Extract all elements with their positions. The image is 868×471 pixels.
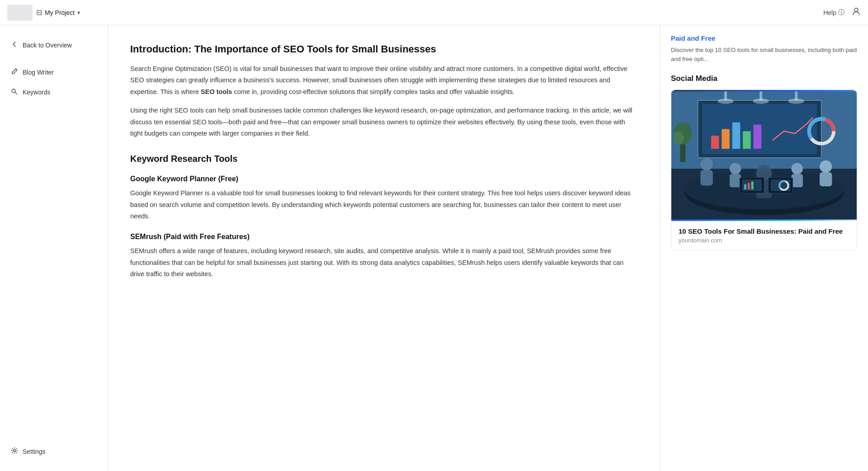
pen-icon xyxy=(11,68,18,77)
svg-point-44 xyxy=(753,99,769,104)
sidebar-item-settings[interactable]: Settings xyxy=(5,443,103,460)
card-image xyxy=(671,90,857,221)
svg-point-24 xyxy=(792,163,803,174)
help-button[interactable]: Help ⓘ xyxy=(823,9,844,17)
sidebar-nav: Back to Overview Blog Writer Keywor xyxy=(0,36,108,101)
sidebar-item-back[interactable]: Back to Overview xyxy=(5,36,103,54)
intro-paragraph-1: Search Engine Optimization (SEO) is vita… xyxy=(130,63,638,98)
back-label: Back to Overview xyxy=(23,42,72,49)
svg-point-45 xyxy=(788,99,804,104)
topbar-right: Help ⓘ xyxy=(823,7,861,18)
help-label: Help xyxy=(823,9,836,16)
project-icon: ⊟ xyxy=(36,8,42,17)
sidebar: Back to Overview Blog Writer Keywor xyxy=(0,25,108,471)
help-icon: ⓘ xyxy=(838,9,844,17)
card-body: 10 SEO Tools For Small Businesses: Paid … xyxy=(671,221,857,250)
google-kp-desc: Google Keyword Planner is a valuable too… xyxy=(130,188,638,222)
main-content: Introduction: The Importance of SEO Tool… xyxy=(108,25,660,471)
paid-free-section: Paid and Free Discover the top 10 SEO to… xyxy=(671,34,857,63)
svg-rect-7 xyxy=(711,136,719,149)
svg-point-20 xyxy=(730,163,741,174)
settings-icon xyxy=(11,447,18,456)
intro-title: Introduction: The Importance of SEO Tool… xyxy=(130,43,638,55)
card-domain: yourdomain.com xyxy=(679,237,849,244)
svg-rect-8 xyxy=(722,129,730,149)
svg-point-18 xyxy=(700,158,712,170)
semrush-desc: SEMrush offers a wide range of features,… xyxy=(130,245,638,280)
svg-rect-31 xyxy=(748,183,750,190)
svg-point-1 xyxy=(12,89,15,93)
svg-rect-25 xyxy=(792,174,803,187)
intro-paragraph-2: Using the right SEO tools can help small… xyxy=(130,105,638,139)
svg-point-0 xyxy=(854,8,858,12)
svg-point-43 xyxy=(718,99,734,104)
social-media-title: Social Media xyxy=(671,74,857,83)
right-panel: Paid and Free Discover the top 10 SEO to… xyxy=(660,25,868,471)
project-selector[interactable]: ⊟ My Project ▾ xyxy=(36,8,80,17)
social-media-card: 10 SEO Tools For Small Businesses: Paid … xyxy=(671,89,857,250)
svg-rect-21 xyxy=(730,174,741,187)
topbar-left: ⊟ My Project ▾ xyxy=(7,5,80,21)
project-name: My Project xyxy=(45,9,75,16)
seo-tools-bold: SEO tools xyxy=(201,88,232,95)
card-title: 10 SEO Tools For Small Businesses: Paid … xyxy=(679,227,849,235)
svg-rect-10 xyxy=(743,131,751,149)
paid-free-desc: Discover the top 10 SEO tools for small … xyxy=(671,46,857,63)
svg-point-26 xyxy=(820,160,832,173)
sidebar-item-blog-writer[interactable]: Blog Writer xyxy=(5,63,103,81)
svg-rect-11 xyxy=(754,125,762,149)
user-button[interactable] xyxy=(852,7,861,18)
layout: Back to Overview Blog Writer Keywor xyxy=(0,25,868,471)
chevron-down-icon: ▾ xyxy=(77,9,80,16)
google-kp-title: Google Keyword Planner (Free) xyxy=(130,175,638,183)
sidebar-bottom: Settings xyxy=(0,443,108,460)
svg-rect-19 xyxy=(700,170,712,185)
svg-rect-32 xyxy=(751,182,754,190)
svg-rect-27 xyxy=(820,172,832,186)
svg-rect-30 xyxy=(744,184,746,189)
keywords-label: Keywords xyxy=(23,89,50,96)
settings-label: Settings xyxy=(23,448,46,455)
sidebar-item-keywords[interactable]: Keywords xyxy=(5,83,103,101)
logo xyxy=(7,5,33,21)
svg-point-2 xyxy=(14,450,16,452)
back-arrow-icon xyxy=(11,41,18,50)
svg-rect-9 xyxy=(732,122,741,149)
svg-point-39 xyxy=(673,131,684,144)
social-media-section: Social Media xyxy=(671,74,857,250)
semrush-title: SEMrush (Paid with Free Features) xyxy=(130,233,638,241)
blog-writer-label: Blog Writer xyxy=(23,69,54,76)
paid-free-link[interactable]: Paid and Free xyxy=(671,34,857,42)
keyword-research-title: Keyword Research Tools xyxy=(130,154,638,164)
topbar: ⊟ My Project ▾ Help ⓘ xyxy=(0,0,868,25)
key-icon xyxy=(11,88,18,97)
